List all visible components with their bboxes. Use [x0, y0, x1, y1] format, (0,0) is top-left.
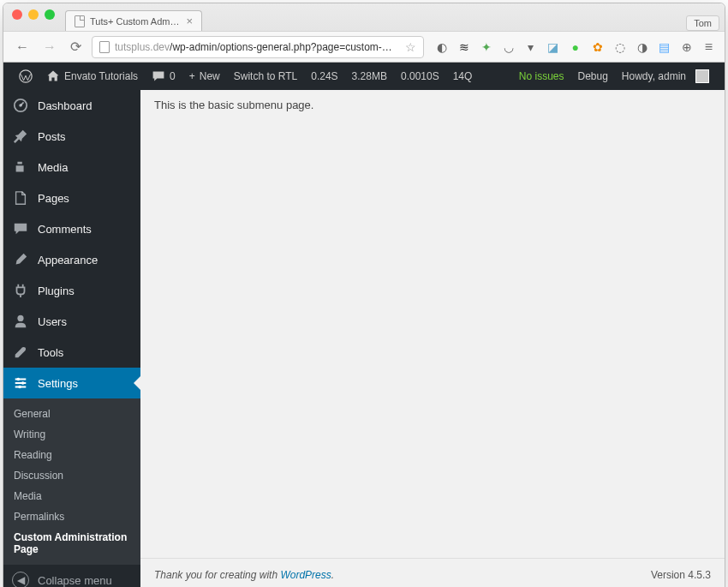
maximize-window-button[interactable] — [45, 9, 55, 20]
sidebar-item-label: Tools — [38, 346, 63, 359]
media-icon — [12, 159, 29, 176]
avatar — [695, 69, 709, 83]
sidebar-item-users[interactable]: Users — [3, 306, 140, 337]
sidebar-item-label: Dashboard — [38, 99, 92, 112]
submenu-general[interactable]: General — [3, 404, 140, 424]
sidebar-item-label: Users — [38, 315, 67, 328]
svg-point-5 — [21, 381, 25, 385]
debug-queries[interactable]: 14Q — [446, 63, 480, 90]
sidebar-item-label: Plugins — [38, 285, 75, 297]
sliders-icon — [12, 374, 29, 392]
submenu-custom-admin-page[interactable]: Custom Administration Page — [3, 527, 140, 560]
sidebar-item-posts[interactable]: Posts — [3, 121, 140, 152]
submenu-permalinks[interactable]: Permalinks — [3, 506, 140, 527]
page-icon — [12, 189, 29, 207]
sidebar-item-label: Media — [38, 161, 68, 174]
browser-toolbar: ← → ⟳ tutsplus.dev/wp-admin/options-gene… — [3, 31, 725, 62]
extension-icons: ◐ ≋ ✦ ◡ ▾ ◪ ● ✿ ◌ ◑ ▤ ⊕ — [434, 39, 695, 55]
debug-link[interactable]: Debug — [570, 63, 614, 90]
extension-icon[interactable]: ● — [568, 39, 583, 55]
sidebar-item-settings[interactable]: Settings — [3, 368, 140, 398]
svg-point-2 — [19, 104, 22, 107]
comments-link[interactable]: 0 — [145, 63, 182, 90]
sidebar-item-appearance[interactable]: Appearance — [3, 244, 140, 275]
extension-icon[interactable]: ≋ — [456, 39, 472, 55]
back-button[interactable]: ← — [12, 39, 33, 55]
brush-icon — [12, 251, 29, 268]
version-label: Version 4.5.3 — [651, 569, 711, 581]
window-controls — [12, 9, 55, 20]
submenu-media[interactable]: Media — [3, 486, 140, 506]
sidebar-item-media[interactable]: Media — [3, 152, 140, 183]
collapse-icon: ◀ — [12, 572, 29, 587]
address-bar[interactable]: tutsplus.dev/wp-admin/options-general.ph… — [92, 36, 424, 58]
wp-admin-sidebar: Dashboard Posts Media Pages Comments — [3, 90, 140, 587]
comment-icon — [12, 220, 29, 237]
site-info-icon — [99, 41, 110, 53]
extension-icon[interactable]: ▾ — [523, 39, 539, 55]
sidebar-item-comments[interactable]: Comments — [3, 213, 140, 244]
footer-thanks: Thank you for creating with WordPress. — [154, 569, 334, 581]
sidebar-item-tools[interactable]: Tools — [3, 337, 140, 368]
comment-icon — [152, 69, 165, 83]
sidebar-item-pages[interactable]: Pages — [3, 183, 140, 213]
extension-icon[interactable]: ◌ — [612, 39, 628, 55]
dashboard-icon — [12, 97, 29, 114]
svg-point-4 — [17, 378, 21, 381]
debug-db-time[interactable]: 0.0010S — [394, 63, 446, 90]
debug-memory[interactable]: 3.28MB — [345, 63, 394, 90]
body-text: This is the basic submenu page. — [154, 99, 313, 111]
wrench-icon — [12, 344, 29, 361]
collapse-menu-button[interactable]: ◀ Collapse menu — [3, 565, 140, 587]
page-body: This is the basic submenu page. — [140, 90, 725, 558]
url-text: tutsplus.dev/wp-admin/options-general.ph… — [115, 41, 400, 53]
sidebar-item-label: Posts — [38, 130, 66, 143]
wp-footer: Thank you for creating with WordPress. V… — [140, 558, 725, 587]
site-name-link[interactable]: Envato Tutorials — [39, 63, 145, 90]
sidebar-item-plugins[interactable]: Plugins — [3, 275, 140, 306]
extension-icon[interactable]: ✿ — [590, 39, 606, 55]
new-content-link[interactable]: + New — [182, 63, 227, 90]
forward-button[interactable]: → — [39, 39, 60, 55]
browser-menu-icon[interactable]: ≡ — [701, 39, 716, 55]
switch-rtl-link[interactable]: Switch to RTL — [227, 63, 304, 90]
extension-icon[interactable]: ✦ — [479, 39, 494, 55]
plug-icon — [12, 282, 29, 299]
plus-icon: + — [189, 70, 195, 82]
extension-icon[interactable]: ◪ — [546, 39, 561, 55]
no-issues-link[interactable]: No issues — [512, 63, 571, 90]
sidebar-item-label: Appearance — [38, 254, 98, 267]
home-icon — [46, 69, 60, 83]
wp-logo-menu[interactable] — [12, 63, 39, 90]
extension-icon[interactable]: ◡ — [501, 39, 516, 55]
wordpress-link[interactable]: WordPress — [280, 569, 331, 581]
svg-point-3 — [17, 315, 23, 321]
close-window-button[interactable] — [12, 9, 22, 20]
page-icon — [75, 15, 85, 27]
sidebar-item-label: Comments — [38, 223, 92, 236]
minimize-window-button[interactable] — [28, 9, 39, 20]
extension-icon[interactable]: ▤ — [657, 39, 672, 55]
extension-icon[interactable]: ⊕ — [679, 39, 695, 55]
wp-content-area: This is the basic submenu page. Thank yo… — [140, 90, 725, 587]
debug-timing[interactable]: 0.24S — [304, 63, 344, 90]
extension-icon[interactable]: ◐ — [434, 39, 450, 55]
wp-admin-bar: Envato Tutorials 0 + New Switch to RTL 0… — [3, 63, 725, 90]
submenu-discussion[interactable]: Discussion — [3, 465, 140, 486]
sidebar-item-label: Settings — [38, 377, 78, 390]
account-link[interactable]: Howdy, admin — [615, 63, 716, 90]
reload-button[interactable]: ⟳ — [67, 39, 85, 55]
submenu-writing[interactable]: Writing — [3, 424, 140, 445]
user-icon — [12, 313, 29, 330]
svg-point-6 — [18, 386, 21, 389]
extension-icon[interactable]: ◑ — [635, 39, 650, 55]
sidebar-item-label: Pages — [38, 192, 69, 205]
browser-chrome: Tuts+ Custom Administrati × Tom ← → ⟳ tu… — [3, 3, 725, 63]
bookmark-star-icon[interactable]: ☆ — [405, 40, 416, 54]
sidebar-item-dashboard[interactable]: Dashboard — [3, 90, 140, 121]
pin-icon — [12, 128, 29, 145]
settings-submenu: General Writing Reading Discussion Media… — [3, 398, 140, 565]
submenu-reading[interactable]: Reading — [3, 445, 140, 465]
